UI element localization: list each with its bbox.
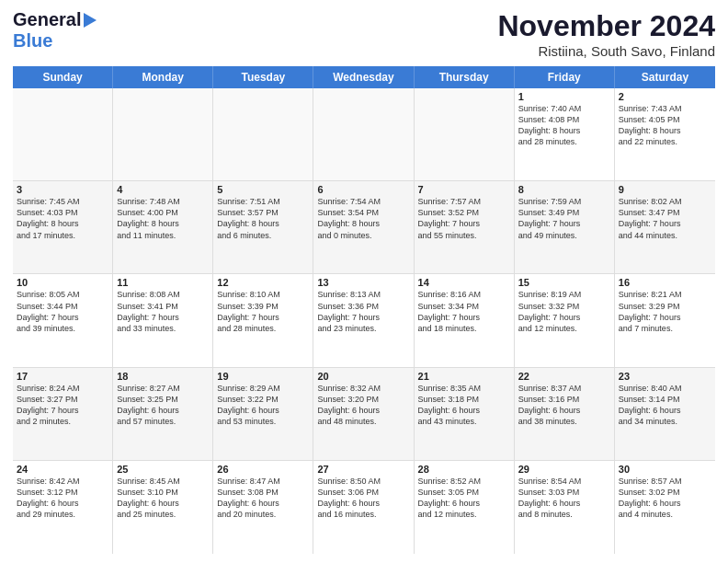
day-number-13: 13 <box>317 277 409 288</box>
day-cell-3: 3Sunrise: 7:45 AM Sunset: 4:03 PM Daylig… <box>13 181 113 273</box>
day-info-5: Sunrise: 7:51 AM Sunset: 3:57 PM Dayligh… <box>217 196 309 241</box>
day-number-12: 12 <box>217 277 309 288</box>
day-cell-17: 17Sunrise: 8:24 AM Sunset: 3:27 PM Dayli… <box>13 368 113 460</box>
day-cell-11: 11Sunrise: 8:08 AM Sunset: 3:41 PM Dayli… <box>113 274 213 366</box>
day-number-23: 23 <box>619 371 711 382</box>
location: Ristiina, South Savo, Finland <box>497 43 715 59</box>
empty-cell <box>313 88 414 180</box>
empty-cell <box>415 88 515 180</box>
day-info-26: Sunrise: 8:47 AM Sunset: 3:08 PM Dayligh… <box>217 476 309 521</box>
day-info-2: Sunrise: 7:43 AM Sunset: 4:05 PM Dayligh… <box>619 103 711 148</box>
day-number-6: 6 <box>317 184 409 195</box>
header-wednesday: Wednesday <box>313 66 414 88</box>
day-number-24: 24 <box>17 464 108 475</box>
day-info-15: Sunrise: 8:19 AM Sunset: 3:32 PM Dayligh… <box>518 289 610 334</box>
header-sunday: Sunday <box>13 66 113 88</box>
day-info-4: Sunrise: 7:48 AM Sunset: 4:00 PM Dayligh… <box>117 196 209 241</box>
day-info-17: Sunrise: 8:24 AM Sunset: 3:27 PM Dayligh… <box>17 383 108 428</box>
day-cell-29: 29Sunrise: 8:54 AM Sunset: 3:03 PM Dayli… <box>515 461 615 554</box>
day-info-24: Sunrise: 8:42 AM Sunset: 3:12 PM Dayligh… <box>17 476 108 521</box>
day-number-9: 9 <box>619 184 711 195</box>
day-number-10: 10 <box>17 277 108 288</box>
page: General Blue November 2024 Ristiina, Sou… <box>0 0 728 563</box>
day-info-25: Sunrise: 8:45 AM Sunset: 3:10 PM Dayligh… <box>117 476 209 521</box>
day-info-18: Sunrise: 8:27 AM Sunset: 3:25 PM Dayligh… <box>117 383 209 428</box>
day-info-1: Sunrise: 7:40 AM Sunset: 4:08 PM Dayligh… <box>518 103 610 148</box>
day-info-6: Sunrise: 7:54 AM Sunset: 3:54 PM Dayligh… <box>317 196 409 241</box>
svg-marker-0 <box>84 13 97 28</box>
header-thursday: Thursday <box>415 66 515 88</box>
day-cell-23: 23Sunrise: 8:40 AM Sunset: 3:14 PM Dayli… <box>615 368 715 460</box>
day-cell-18: 18Sunrise: 8:27 AM Sunset: 3:25 PM Dayli… <box>113 368 213 460</box>
day-cell-22: 22Sunrise: 8:37 AM Sunset: 3:16 PM Dayli… <box>515 368 615 460</box>
day-info-19: Sunrise: 8:29 AM Sunset: 3:22 PM Dayligh… <box>217 383 309 428</box>
day-info-13: Sunrise: 8:13 AM Sunset: 3:36 PM Dayligh… <box>317 289 409 334</box>
header-saturday: Saturday <box>615 66 715 88</box>
week-row-1: 1Sunrise: 7:40 AM Sunset: 4:08 PM Daylig… <box>13 88 715 181</box>
day-number-26: 26 <box>217 464 309 475</box>
day-cell-9: 9Sunrise: 8:02 AM Sunset: 3:47 PM Daylig… <box>615 181 715 273</box>
day-number-15: 15 <box>518 277 610 288</box>
title-block: November 2024 Ristiina, South Savo, Finl… <box>497 9 715 59</box>
day-cell-8: 8Sunrise: 7:59 AM Sunset: 3:49 PM Daylig… <box>515 181 615 273</box>
day-number-7: 7 <box>418 184 510 195</box>
logo-icon <box>82 12 98 29</box>
day-number-19: 19 <box>217 371 309 382</box>
empty-cell <box>13 88 113 180</box>
week-row-5: 24Sunrise: 8:42 AM Sunset: 3:12 PM Dayli… <box>13 461 715 554</box>
day-number-11: 11 <box>117 277 209 288</box>
calendar: Sunday Monday Tuesday Wednesday Thursday… <box>13 66 715 554</box>
week-row-4: 17Sunrise: 8:24 AM Sunset: 3:27 PM Dayli… <box>13 368 715 461</box>
day-info-22: Sunrise: 8:37 AM Sunset: 3:16 PM Dayligh… <box>518 383 610 428</box>
day-number-1: 1 <box>518 91 610 102</box>
day-cell-19: 19Sunrise: 8:29 AM Sunset: 3:22 PM Dayli… <box>213 368 313 460</box>
header-friday: Friday <box>515 66 615 88</box>
day-number-21: 21 <box>418 371 510 382</box>
day-info-28: Sunrise: 8:52 AM Sunset: 3:05 PM Dayligh… <box>418 476 510 521</box>
day-info-3: Sunrise: 7:45 AM Sunset: 4:03 PM Dayligh… <box>17 196 108 241</box>
day-cell-20: 20Sunrise: 8:32 AM Sunset: 3:20 PM Dayli… <box>313 368 414 460</box>
logo-general: General <box>13 9 81 30</box>
day-info-10: Sunrise: 8:05 AM Sunset: 3:44 PM Dayligh… <box>17 289 108 334</box>
logo-line1: General <box>13 9 98 30</box>
day-info-14: Sunrise: 8:16 AM Sunset: 3:34 PM Dayligh… <box>418 289 510 334</box>
day-info-21: Sunrise: 8:35 AM Sunset: 3:18 PM Dayligh… <box>418 383 510 428</box>
day-cell-13: 13Sunrise: 8:13 AM Sunset: 3:36 PM Dayli… <box>313 274 414 366</box>
empty-cell <box>213 88 313 180</box>
week-row-3: 10Sunrise: 8:05 AM Sunset: 3:44 PM Dayli… <box>13 274 715 367</box>
empty-cell <box>113 88 213 180</box>
day-number-27: 27 <box>317 464 409 475</box>
day-number-20: 20 <box>317 371 409 382</box>
day-cell-28: 28Sunrise: 8:52 AM Sunset: 3:05 PM Dayli… <box>415 461 515 554</box>
day-info-29: Sunrise: 8:54 AM Sunset: 3:03 PM Dayligh… <box>518 476 610 521</box>
header: General Blue November 2024 Ristiina, Sou… <box>13 9 715 59</box>
day-number-8: 8 <box>518 184 610 195</box>
day-number-4: 4 <box>117 184 209 195</box>
day-info-16: Sunrise: 8:21 AM Sunset: 3:29 PM Dayligh… <box>619 289 711 334</box>
day-cell-21: 21Sunrise: 8:35 AM Sunset: 3:18 PM Dayli… <box>415 368 515 460</box>
day-info-20: Sunrise: 8:32 AM Sunset: 3:20 PM Dayligh… <box>317 383 409 428</box>
day-cell-16: 16Sunrise: 8:21 AM Sunset: 3:29 PM Dayli… <box>615 274 715 366</box>
day-cell-15: 15Sunrise: 8:19 AM Sunset: 3:32 PM Dayli… <box>515 274 615 366</box>
day-cell-7: 7Sunrise: 7:57 AM Sunset: 3:52 PM Daylig… <box>415 181 515 273</box>
calendar-body: 1Sunrise: 7:40 AM Sunset: 4:08 PM Daylig… <box>13 88 715 554</box>
day-number-28: 28 <box>418 464 510 475</box>
day-number-16: 16 <box>619 277 711 288</box>
day-number-3: 3 <box>17 184 108 195</box>
day-cell-30: 30Sunrise: 8:57 AM Sunset: 3:02 PM Dayli… <box>615 461 715 554</box>
day-cell-5: 5Sunrise: 7:51 AM Sunset: 3:57 PM Daylig… <box>213 181 313 273</box>
day-cell-24: 24Sunrise: 8:42 AM Sunset: 3:12 PM Dayli… <box>13 461 113 554</box>
day-info-9: Sunrise: 8:02 AM Sunset: 3:47 PM Dayligh… <box>619 196 711 241</box>
day-info-7: Sunrise: 7:57 AM Sunset: 3:52 PM Dayligh… <box>418 196 510 241</box>
day-number-30: 30 <box>619 464 711 475</box>
header-monday: Monday <box>113 66 213 88</box>
day-number-5: 5 <box>217 184 309 195</box>
day-cell-12: 12Sunrise: 8:10 AM Sunset: 3:39 PM Dayli… <box>213 274 313 366</box>
day-number-2: 2 <box>619 91 711 102</box>
logo: General Blue <box>13 9 98 52</box>
day-cell-10: 10Sunrise: 8:05 AM Sunset: 3:44 PM Dayli… <box>13 274 113 366</box>
day-info-11: Sunrise: 8:08 AM Sunset: 3:41 PM Dayligh… <box>117 289 209 334</box>
day-number-25: 25 <box>117 464 209 475</box>
day-number-29: 29 <box>518 464 610 475</box>
day-cell-27: 27Sunrise: 8:50 AM Sunset: 3:06 PM Dayli… <box>313 461 414 554</box>
